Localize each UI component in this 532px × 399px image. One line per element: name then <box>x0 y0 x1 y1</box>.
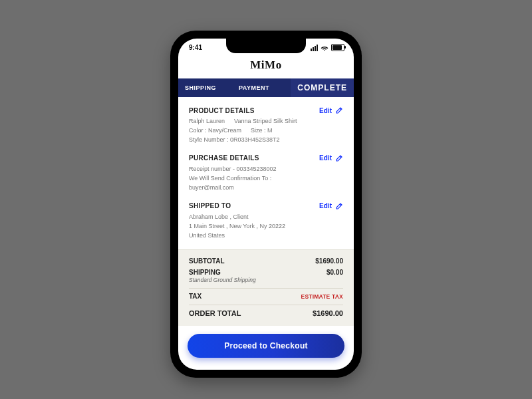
totals-panel: SUBTOTAL $1690.00 SHIPPING Standard Grou… <box>178 249 354 326</box>
confirm-line: We Will Send Confirmation To : <box>189 175 271 182</box>
section-product-details: PRODUCT DETAILS Edit Ralph LaurenVanna S… <box>189 97 343 145</box>
tab-payment[interactable]: PAYMENT <box>232 84 276 91</box>
edit-icon <box>335 106 343 114</box>
status-time: 9:41 <box>189 44 202 51</box>
tax-label: TAX <box>189 293 201 300</box>
purchase-details-title: PURCHASE DETAILS <box>189 154 259 162</box>
tab-shipping[interactable]: SHIPPING <box>178 84 223 91</box>
edit-shipping-button[interactable]: Edit <box>319 202 343 210</box>
battery-icon <box>331 44 344 51</box>
shipped-to-title: SHIPPED TO <box>189 202 231 209</box>
shipping-value: $0.00 <box>327 269 343 276</box>
wifi-icon <box>321 45 329 51</box>
subtotal-value: $1690.00 <box>315 257 343 265</box>
estimate-tax-link[interactable]: ESTIMATE TAX <box>301 293 343 300</box>
ship-address: 1 Main Street , New York , Ny 20222 <box>189 223 285 229</box>
checkout-steps: SHIPPING PAYMENT COMPLETE <box>178 78 354 97</box>
phone-screen: 9:41 MiMo SHIPPING PAYMENT COMPLETE PROD… <box>178 39 354 370</box>
signal-icon <box>311 45 318 51</box>
edit-product-button[interactable]: Edit <box>319 106 343 114</box>
shipping-label: SHIPPING <box>189 269 221 276</box>
product-name: Vanna Striped Silk Shirt <box>234 118 297 124</box>
order-total-value: $1690.00 <box>313 309 343 317</box>
phone-notch <box>226 39 306 53</box>
buyer-email: buyer@mail.com <box>189 184 234 191</box>
edit-icon <box>335 202 343 210</box>
edit-icon <box>335 154 343 162</box>
product-style: Style Number : 0R033H452S38T2 <box>189 136 280 143</box>
product-details-title: PRODUCT DETAILS <box>189 107 255 114</box>
brand-title: MiMo <box>178 56 354 78</box>
receipt-line: Receipt number - 003345238002 <box>189 166 277 172</box>
section-purchase-details: PURCHASE DETAILS Edit Receipt number - 0… <box>189 145 343 193</box>
ship-name: Abraham Lobe , Client <box>189 213 249 220</box>
order-total-label: ORDER TOTAL <box>189 309 241 317</box>
section-shipped-to: SHIPPED TO Edit Abraham Lobe , Client 1 … <box>189 193 343 241</box>
product-brand: Ralph Lauren <box>189 118 225 124</box>
proceed-checkout-button[interactable]: Proceed to Checkout <box>188 334 344 358</box>
ship-country: United States <box>189 232 225 239</box>
product-color: Color : Navy/Cream <box>189 127 241 134</box>
subtotal-label: SUBTOTAL <box>189 257 225 265</box>
edit-purchase-button[interactable]: Edit <box>319 154 343 162</box>
tab-complete[interactable]: COMPLETE <box>291 78 354 97</box>
phone-frame: 9:41 MiMo SHIPPING PAYMENT COMPLETE PROD… <box>170 31 362 378</box>
product-size: Size : M <box>251 127 273 134</box>
shipping-note: Standard Ground Shipping <box>189 277 256 283</box>
